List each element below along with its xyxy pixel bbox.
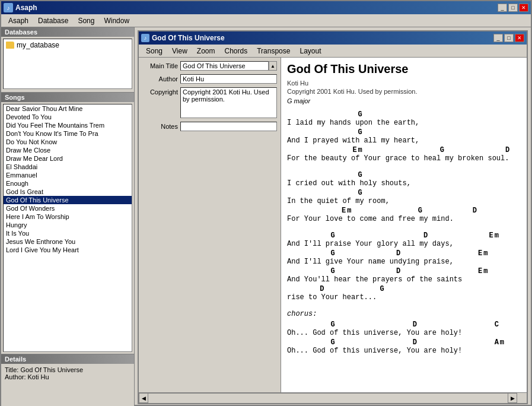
inner-window-title: God Of This Universe [152, 34, 493, 42]
menu-database[interactable]: Database [33, 15, 73, 26]
left-panel: Databases my_database Songs Dear Savior … [1, 27, 135, 406]
notes-label: Notes [142, 122, 178, 130]
chorus-label: chorus: [287, 310, 521, 318]
title-scroll-up[interactable]: ▲ [269, 61, 277, 71]
list-item[interactable]: Devoted To You [4, 113, 132, 121]
list-item[interactable]: Draw Me Close [4, 146, 132, 154]
chord-line: G D Em [287, 267, 521, 275]
inner-menu-view[interactable]: View [167, 46, 192, 56]
main-window-controls: _ □ ✕ [498, 4, 528, 12]
details-header: Details [1, 354, 134, 364]
databases-section: Databases my_database [1, 27, 134, 93]
menu-window[interactable]: Window [99, 15, 134, 26]
lyric-line: I cried out with holy shouts, [287, 179, 521, 188]
inner-menu-chords[interactable]: Chords [220, 46, 253, 56]
lyric-line: And I'll give Your name undying praise, [287, 258, 521, 266]
inner-content: Main Title ▲ Author Copyright [139, 58, 527, 392]
scroll-left-btn[interactable]: ◀ [139, 393, 148, 403]
chord-line: Em G D [287, 207, 521, 215]
menu-song[interactable]: Song [73, 15, 99, 26]
menu-asaph[interactable]: Asaph [4, 15, 33, 26]
song-author-display: Koti Hu [287, 80, 521, 87]
main-title-input[interactable] [180, 61, 269, 71]
detail-title-value: God Of This Universe [21, 366, 84, 373]
lyric-line: In the quiet of my room, [287, 197, 521, 205]
inner-app-icon: ♪ [141, 34, 149, 42]
minimize-button[interactable]: _ [498, 4, 507, 12]
main-title-bar: ♪ Asaph _ □ ✕ [1, 1, 531, 14]
verse-2: G I cried out with holy shouts, G In the… [287, 171, 521, 223]
detail-author-value: Koti Hu [28, 373, 49, 380]
notes-input[interactable] [180, 122, 277, 131]
lyric-line: For the beauty of Your grace to heal my … [287, 154, 521, 163]
author-label: Author [142, 74, 178, 83]
main-window-title: Asaph [15, 4, 498, 12]
song-title-display: God Of This Universe [287, 62, 521, 76]
list-item[interactable]: Enough [4, 179, 132, 188]
lyric-line: Oh... God of this universe, You are holy… [287, 329, 521, 337]
inner-minimize-button[interactable]: _ [493, 34, 503, 42]
list-item[interactable]: Don't You Know It's Time To Pra [4, 129, 132, 138]
list-item[interactable]: God Of This Universe [4, 196, 132, 204]
chord-line: G D C [287, 321, 521, 329]
inner-maximize-button[interactable]: □ [504, 34, 514, 42]
detail-author-row: Author: Koti Hu [5, 373, 130, 380]
songs-list[interactable]: Dear Savior Thou Art MineDevoted To YouD… [3, 104, 132, 352]
list-item[interactable]: It Is You [4, 229, 132, 237]
list-item[interactable]: Draw Me Dear Lord [4, 154, 132, 163]
database-name: my_database [17, 41, 59, 49]
song-copyright-display: Copyright 2001 Koti Hu. Used by permissi… [287, 88, 521, 95]
song-view-panel[interactable]: God Of This Universe Koti Hu Copyright 2… [281, 58, 527, 392]
chord-line: G [287, 128, 521, 137]
details-content: Title: God Of This Universe Author: Koti… [1, 364, 134, 383]
list-item[interactable]: God Of Wonders [4, 204, 132, 212]
list-item[interactable]: Hungry [4, 221, 132, 229]
chord-line: G D Am [287, 338, 521, 347]
lyric-line: For Your love to come and free my mind. [287, 215, 521, 223]
database-item[interactable]: my_database [5, 40, 130, 50]
list-item[interactable]: Did You Feel The Mountains Trem [4, 121, 132, 129]
list-item[interactable]: El Shaddai [4, 163, 132, 171]
list-item[interactable]: Emmanuel [4, 171, 132, 179]
list-item[interactable]: Dear Savior Thou Art Mine [4, 104, 132, 113]
inner-menu-zoom[interactable]: Zoom [192, 46, 220, 56]
author-input[interactable] [180, 74, 277, 84]
inner-menu-transpose[interactable]: Transpose [252, 46, 295, 56]
copyright-input[interactable]: Copyright 2001 Koti Hu. Used by permissi… [180, 87, 277, 118]
form-main-title-row: Main Title ▲ [142, 61, 277, 71]
inner-menu-bar: Song View Zoom Chords Transpose Layout [139, 45, 527, 58]
inner-window: ♪ God Of This Universe _ □ ✕ Song View Z… [138, 30, 528, 404]
lyric-line: And I'll praise Your glory all my days, [287, 240, 521, 248]
form-copyright-row: Copyright Copyright 2001 Koti Hu. Used b… [142, 87, 277, 118]
inner-close-button[interactable]: ✕ [515, 34, 524, 42]
chord-line: G [287, 171, 521, 179]
songs-section: Songs Dear Savior Thou Art MineDevoted T… [1, 93, 134, 354]
copyright-label: Copyright [142, 87, 178, 96]
inner-bottom-scrollbar: ◀ ▶ [139, 392, 527, 403]
chorus: chorus: G D C Oh... God of this universe… [287, 310, 521, 355]
app-icon: ♪ [4, 3, 13, 12]
inner-window-controls: _ □ ✕ [493, 34, 524, 42]
content-area: Databases my_database Songs Dear Savior … [1, 27, 531, 406]
list-item[interactable]: God Is Great [4, 188, 132, 196]
databases-list[interactable]: my_database [3, 39, 132, 89]
list-item[interactable]: Jesus We Enthrone You [4, 237, 132, 246]
detail-author-label: Author: [5, 373, 26, 380]
maximize-button[interactable]: □ [508, 4, 518, 12]
lyric-line: And You'll hear the prayers of the saint… [287, 275, 521, 284]
verse-3: G D Em And I'll praise Your glory all my… [287, 231, 521, 302]
scroll-corner [517, 393, 527, 403]
inner-menu-layout[interactable]: Layout [295, 46, 326, 56]
lyric-line: Oh... God of this universe, You are holy… [287, 347, 521, 355]
song-key-display: G major [287, 97, 521, 104]
list-item[interactable]: Do You Not Know [4, 138, 132, 146]
close-button[interactable]: ✕ [519, 4, 528, 12]
inner-menu-song[interactable]: Song [141, 46, 167, 56]
scroll-right-btn[interactable]: ▶ [508, 393, 517, 403]
chord-line: Em G D [287, 146, 521, 154]
list-item[interactable]: Lord I Give You My Heart [4, 246, 132, 254]
chord-line: G [287, 110, 521, 119]
horizontal-scroll-track[interactable] [148, 393, 508, 403]
inner-title-bar: ♪ God Of This Universe _ □ ✕ [139, 31, 527, 45]
list-item[interactable]: Here I Am To Worship [4, 212, 132, 221]
